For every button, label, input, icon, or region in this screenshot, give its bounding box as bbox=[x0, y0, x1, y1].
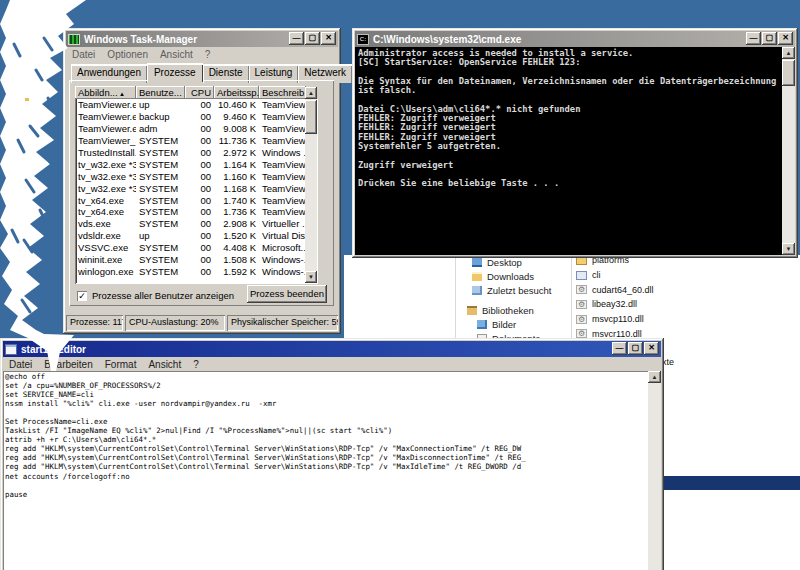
table-row[interactable]: tv_x64.exe SYSTEM 00 1.736 K TeamView... bbox=[75, 206, 318, 218]
sidebar-item[interactable]: Bilder bbox=[460, 317, 572, 331]
status-cpu: CPU-Auslastung: 20% bbox=[125, 315, 225, 331]
table-row[interactable]: tv_w32.exe *32 SYSTEM 00 1.168 K TeamVie… bbox=[75, 182, 318, 194]
checkbox[interactable]: ✓ bbox=[77, 291, 87, 301]
table-row[interactable]: VSSVC.exe SYSTEM 00 4.408 K Microsoft... bbox=[75, 242, 318, 254]
menu-item[interactable]: Ansicht bbox=[142, 359, 187, 370]
scrollbar-thumb[interactable] bbox=[782, 60, 795, 86]
file-type-icon bbox=[576, 271, 587, 280]
terminal-text: Administrator access is needed to instal… bbox=[355, 47, 795, 190]
window-title: C:\Windows\system32\cmd.exe bbox=[373, 34, 521, 45]
notepad-menubar: DateiBearbeitenFormatAnsicht? bbox=[3, 357, 661, 371]
menu-item[interactable]: ? bbox=[187, 359, 205, 370]
file-name: cli bbox=[592, 270, 601, 280]
file-name: cudart64_60.dll bbox=[592, 285, 654, 295]
file-type-icon bbox=[576, 329, 587, 338]
notepad-window: start1 - Editor — ▢ ✕ DateiBearbeitenFor… bbox=[0, 338, 664, 570]
scrollbar-thumb[interactable] bbox=[305, 100, 317, 134]
sidebar-item-label: Bibliotheken bbox=[482, 305, 534, 316]
minimize-button[interactable]: — bbox=[289, 32, 304, 45]
menu-item[interactable]: Format bbox=[99, 359, 143, 370]
pane-divider bbox=[455, 256, 456, 338]
column-header-desc[interactable]: Beschreib... bbox=[259, 86, 306, 99]
file-name: msvcp110.dll bbox=[592, 314, 644, 324]
table-row[interactable]: tv_w32.exe *32 SYSTEM 00 1.160 K TeamVie… bbox=[75, 170, 318, 182]
task-manager-titlebar[interactable]: Windows Task-Manager — ▢ ✕ bbox=[66, 31, 338, 47]
sidebar-item[interactable]: Downloads bbox=[460, 269, 572, 283]
column-header-cpu[interactable]: CPU bbox=[185, 86, 214, 99]
maximize-button[interactable]: ▢ bbox=[628, 342, 643, 355]
file-name: libeay32.dll bbox=[592, 299, 637, 309]
task-manager-menubar: DateiOptionenAnsicht? bbox=[66, 47, 338, 61]
explorer-nav: Desktop Downloads Zuletzt besucht Biblio… bbox=[460, 255, 572, 345]
tab[interactable]: Prozesse bbox=[147, 63, 203, 82]
table-row[interactable]: TeamViewer.e... backup 00 9.460 K TeamVi… bbox=[75, 111, 318, 123]
scroll-up-button[interactable]: ▲ bbox=[648, 371, 661, 383]
nav-folder-icon bbox=[477, 320, 487, 329]
scroll-up-button[interactable]: ▲ bbox=[305, 87, 317, 99]
table-row[interactable]: tv_w32.exe *32 SYSTEM 00 1.164 K TeamVie… bbox=[75, 158, 318, 170]
table-row[interactable]: tv_x64.exe SYSTEM 00 1.740 K TeamView... bbox=[75, 194, 318, 206]
process-list-scrollbar[interactable]: ▲ ▼ bbox=[305, 87, 317, 283]
file-list: platforms 29.07.2016 2 cli 29.07.2016 2 … bbox=[572, 253, 800, 341]
file-row[interactable]: libeay32.dll 29.07.2016 2 bbox=[572, 297, 800, 312]
notepad-icon bbox=[5, 344, 17, 355]
minimize-button[interactable]: — bbox=[612, 342, 627, 355]
editor-area[interactable]: @echo off set /a cpu=%NUMBER_OF_PROCESSO… bbox=[3, 371, 661, 570]
table-row[interactable]: winlogon.exe SYSTEM 00 1.592 K Windows-.… bbox=[75, 265, 318, 277]
column-header-name[interactable]: Abbildn... ▴ bbox=[75, 86, 136, 99]
process-list: Abbildn... ▴ Benutze... CPU Arbeitssp...… bbox=[75, 86, 318, 284]
task-manager-icon bbox=[68, 34, 80, 45]
close-button[interactable]: ✕ bbox=[644, 342, 659, 355]
scroll-up-button[interactable]: ▲ bbox=[782, 47, 795, 59]
nav-folder-icon bbox=[467, 306, 477, 315]
editor-text: @echo off set /a cpu=%NUMBER_OF_PROCESSO… bbox=[3, 371, 661, 500]
menu-item[interactable]: Ansicht bbox=[154, 49, 199, 60]
terminal-scrollbar[interactable]: ▲ ▼ bbox=[782, 47, 795, 255]
column-header-user[interactable]: Benutze... bbox=[136, 86, 185, 99]
nav-folder-icon bbox=[472, 272, 482, 281]
scroll-down-button[interactable]: ▼ bbox=[305, 271, 317, 283]
table-row[interactable]: wininit.exe SYSTEM 00 1.508 K Windows-..… bbox=[75, 254, 318, 266]
cmd-titlebar[interactable]: C:\Windows\system32\cmd.exe — ▢ ✕ bbox=[355, 31, 795, 47]
window-title: Windows Task-Manager bbox=[84, 34, 197, 45]
table-row[interactable]: TeamViewer.e... up 00 10.460 K TeamView.… bbox=[75, 99, 318, 111]
column-header-mem[interactable]: Arbeitssp... bbox=[214, 86, 259, 99]
notepad-titlebar[interactable]: start1 - Editor — ▢ ✕ bbox=[3, 341, 661, 357]
task-manager-statusbar: Prozesse: 117 CPU-Auslastung: 20% Physik… bbox=[66, 313, 338, 331]
scroll-down-button[interactable]: ▼ bbox=[782, 243, 795, 255]
cmd-window: C:\Windows\system32\cmd.exe — ▢ ✕ Admini… bbox=[352, 28, 798, 258]
cmd-icon bbox=[357, 34, 369, 45]
menu-item[interactable]: Datei bbox=[66, 49, 101, 60]
close-button[interactable]: ✕ bbox=[321, 32, 336, 45]
window-title: start1 - Editor bbox=[21, 344, 86, 355]
sidebar-item-label: Zuletzt besucht bbox=[487, 285, 551, 296]
menu-item[interactable]: Datei bbox=[3, 359, 38, 370]
file-type-icon bbox=[576, 300, 587, 309]
file-row[interactable]: msvcp110.dll 29.07.2016 2 bbox=[572, 312, 800, 327]
maximize-button[interactable]: ▢ bbox=[305, 32, 320, 45]
close-button[interactable]: ✕ bbox=[778, 32, 793, 45]
sidebar-item[interactable]: Zuletzt besucht bbox=[460, 283, 572, 297]
end-process-button[interactable]: Prozess beenden bbox=[247, 285, 327, 303]
minimize-button[interactable]: — bbox=[746, 32, 761, 45]
menu-item[interactable]: Optionen bbox=[101, 49, 154, 60]
table-row[interactable]: vdsldr.exe up 00 1.520 K Virtual Dis... bbox=[75, 230, 318, 242]
file-row[interactable]: cudart64_60.dll 29.07.2016 2 bbox=[572, 282, 800, 297]
table-row[interactable]: TrustedInstall... SYSTEM 00 2.972 K Wind… bbox=[75, 147, 318, 159]
editor-scrollbar[interactable]: ▲ bbox=[648, 371, 661, 570]
show-all-users-checkbox-row[interactable]: ✓ Prozesse aller Benutzer anzeigen bbox=[77, 290, 234, 301]
status-memory: Physikalischer Speicher: 59% bbox=[227, 315, 338, 331]
maximize-button[interactable]: ▢ bbox=[762, 32, 777, 45]
desktop: Desktop Downloads Zuletzt besucht Biblio… bbox=[0, 0, 800, 570]
terminal-output[interactable]: Administrator access is needed to instal… bbox=[355, 47, 795, 255]
menu-item[interactable]: ? bbox=[199, 49, 217, 60]
sidebar-item-label: Desktop bbox=[487, 257, 522, 268]
task-manager-window: Windows Task-Manager — ▢ ✕ DateiOptionen… bbox=[63, 28, 341, 334]
file-row[interactable]: cli 29.07.2016 2 bbox=[572, 268, 800, 283]
table-row[interactable]: TeamViewer.e... adm 00 9.008 K TeamView.… bbox=[75, 123, 318, 135]
sidebar-item[interactable]: Bibliotheken bbox=[460, 303, 572, 317]
table-row[interactable]: vds.exe SYSTEM 00 2.908 K Virtueller ... bbox=[75, 218, 318, 230]
sidebar-item-label: Downloads bbox=[487, 271, 534, 282]
menu-item[interactable]: Bearbeiten bbox=[38, 359, 98, 370]
table-row[interactable]: TeamViewer_S... SYSTEM 00 11.736 K TeamV… bbox=[75, 135, 318, 147]
